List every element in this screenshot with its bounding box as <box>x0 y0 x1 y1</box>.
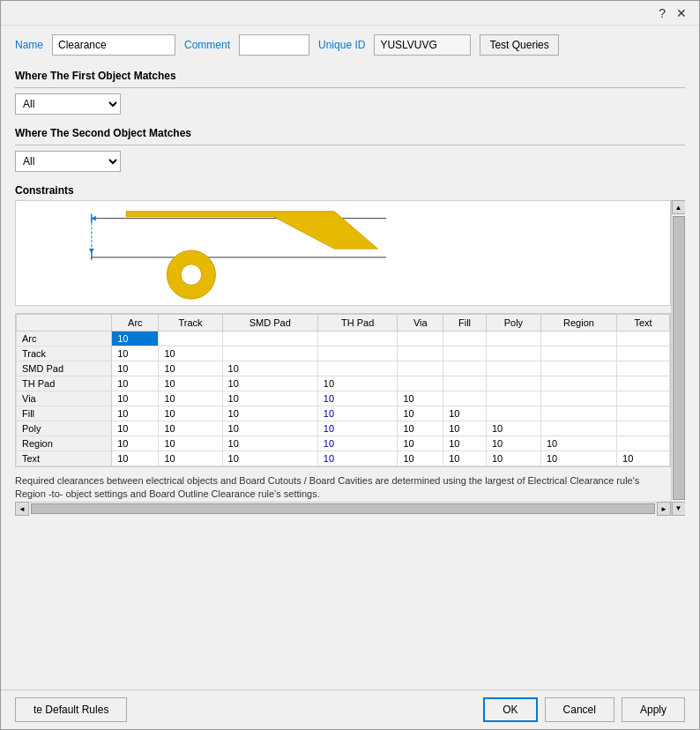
cell-fill-poly[interactable] <box>486 406 540 421</box>
cell-fill-region[interactable] <box>540 406 616 421</box>
cell-th-via[interactable] <box>398 376 443 391</box>
cell-poly-poly[interactable]: 10 <box>486 421 540 436</box>
cell-region-track[interactable]: 10 <box>159 436 222 451</box>
cell-region-region[interactable]: 10 <box>540 436 616 451</box>
cell-via-track[interactable]: 10 <box>159 391 222 406</box>
cell-region-th[interactable]: 10 <box>317 436 398 451</box>
cell-arc-poly[interactable] <box>486 331 540 346</box>
cell-poly-fill[interactable]: 10 <box>443 421 487 436</box>
cell-fill-arc[interactable]: 10 <box>112 406 159 421</box>
cell-track-smd[interactable] <box>222 346 317 361</box>
cell-arc-via[interactable] <box>398 331 443 346</box>
cell-smd-track[interactable]: 10 <box>159 361 222 376</box>
cell-arc-region[interactable] <box>540 331 616 346</box>
cell-smd-fill[interactable] <box>443 361 487 376</box>
cell-text-fill[interactable]: 10 <box>443 451 487 466</box>
cell-text-text[interactable]: 10 <box>617 451 670 466</box>
cell-fill-via[interactable]: 10 <box>398 406 443 421</box>
cell-via-text[interactable] <box>617 391 670 406</box>
apply-button[interactable]: Apply <box>622 697 685 722</box>
cell-th-smd[interactable]: 10 <box>222 376 317 391</box>
close-button[interactable]: ✕ <box>671 4 692 22</box>
cell-th-poly[interactable] <box>486 376 540 391</box>
second-object-dropdown[interactable]: All <box>15 151 121 172</box>
cell-th-arc[interactable]: 10 <box>112 376 159 391</box>
cell-poly-th[interactable]: 10 <box>317 421 398 436</box>
cell-fill-text[interactable] <box>617 406 670 421</box>
cell-fill-th[interactable]: 10 <box>317 406 398 421</box>
cell-fill-track[interactable]: 10 <box>159 406 222 421</box>
default-rules-button[interactable]: te Default Rules <box>15 697 127 722</box>
cell-text-poly[interactable]: 10 <box>486 451 540 466</box>
h-scroll-thumb[interactable] <box>31 503 655 514</box>
cell-th-text[interactable] <box>617 376 670 391</box>
cell-arc-track[interactable] <box>159 331 222 346</box>
cell-smd-via[interactable] <box>398 361 443 376</box>
cell-th-fill[interactable] <box>443 376 487 391</box>
cell-smd-arc[interactable]: 10 <box>112 361 159 376</box>
cell-poly-arc[interactable]: 10 <box>112 421 159 436</box>
cell-region-smd[interactable]: 10 <box>222 436 317 451</box>
help-button[interactable]: ? <box>653 4 671 22</box>
cell-via-via[interactable]: 10 <box>398 391 443 406</box>
cell-smd-region[interactable] <box>540 361 616 376</box>
cell-text-th[interactable]: 10 <box>317 451 398 466</box>
comment-input[interactable] <box>239 34 309 56</box>
cell-smd-th[interactable] <box>317 361 398 376</box>
cancel-button[interactable]: Cancel <box>545 697 614 722</box>
test-queries-button[interactable]: Test Queries <box>480 34 558 56</box>
cell-smd-poly[interactable] <box>486 361 540 376</box>
first-object-dropdown[interactable]: All <box>15 93 121 115</box>
cell-arc-fill[interactable] <box>443 331 487 346</box>
cell-th-track[interactable]: 10 <box>159 376 222 391</box>
cell-poly-region[interactable] <box>540 421 616 436</box>
scroll-down-arrow[interactable]: ▼ <box>672 502 686 516</box>
cell-via-poly[interactable] <box>486 391 540 406</box>
cell-track-region[interactable] <box>540 346 616 361</box>
name-input[interactable] <box>52 34 175 56</box>
cell-track-poly[interactable] <box>486 346 540 361</box>
cell-region-fill[interactable]: 10 <box>443 436 487 451</box>
cell-track-text[interactable] <box>617 346 670 361</box>
cell-region-poly[interactable]: 10 <box>486 436 540 451</box>
vertical-scrollbar[interactable]: ▲ ▼ <box>671 200 685 516</box>
cell-track-via[interactable] <box>398 346 443 361</box>
cell-via-th[interactable]: 10 <box>317 391 398 406</box>
cell-region-arc[interactable]: 10 <box>112 436 159 451</box>
cell-via-region[interactable] <box>540 391 616 406</box>
scroll-up-arrow[interactable]: ▲ <box>672 200 686 214</box>
scroll-thumb[interactable] <box>673 216 685 500</box>
cell-region-text[interactable] <box>617 436 670 451</box>
scroll-right-arrow[interactable]: ► <box>657 502 671 516</box>
cell-via-smd[interactable]: 10 <box>222 391 317 406</box>
ok-button[interactable]: OK <box>483 697 537 722</box>
cell-text-track[interactable]: 10 <box>159 451 222 466</box>
cell-arc-smd[interactable] <box>222 331 317 346</box>
cell-track-fill[interactable] <box>443 346 487 361</box>
cell-track-track[interactable]: 10 <box>159 346 222 361</box>
cell-th-th[interactable]: 10 <box>317 376 398 391</box>
cell-th-region[interactable] <box>540 376 616 391</box>
cell-smd-text[interactable] <box>617 361 670 376</box>
cell-fill-smd[interactable]: 10 <box>222 406 317 421</box>
scroll-left-arrow[interactable]: ◄ <box>15 502 29 516</box>
cell-track-arc[interactable]: 10 <box>112 346 159 361</box>
cell-via-fill[interactable] <box>443 391 487 406</box>
cell-arc-arc[interactable]: 10 <box>112 331 159 346</box>
cell-via-arc[interactable]: 10 <box>112 391 159 406</box>
cell-fill-fill[interactable]: 10 <box>443 406 487 421</box>
cell-poly-text[interactable] <box>617 421 670 436</box>
cell-text-arc[interactable]: 10 <box>112 451 159 466</box>
cell-text-smd[interactable]: 10 <box>222 451 317 466</box>
cell-smd-smd[interactable]: 10 <box>222 361 317 376</box>
cell-poly-via[interactable]: 10 <box>398 421 443 436</box>
cell-text-region[interactable]: 10 <box>540 451 616 466</box>
cell-region-via[interactable]: 10 <box>398 436 443 451</box>
cell-text-via[interactable]: 10 <box>398 451 443 466</box>
cell-poly-track[interactable]: 10 <box>159 421 222 436</box>
cell-arc-text[interactable] <box>617 331 670 346</box>
cell-track-th[interactable] <box>317 346 398 361</box>
horizontal-scrollbar[interactable]: ◄ ► <box>15 502 671 516</box>
cell-arc-th[interactable] <box>317 331 398 346</box>
cell-poly-smd[interactable]: 10 <box>222 421 317 436</box>
